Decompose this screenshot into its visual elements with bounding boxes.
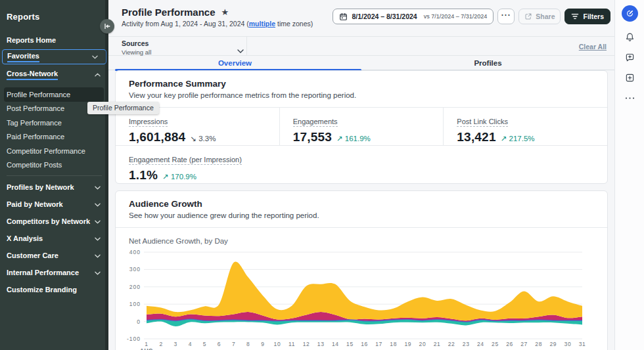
sidebar-item-customize-branding[interactable]: Customize Branding [0, 281, 108, 298]
x-axis-tick: 30 [564, 341, 572, 347]
notifications-button[interactable] [624, 32, 635, 42]
share-label: Share [536, 12, 555, 20]
sidebar-item-label: Paid by Network [7, 200, 63, 208]
x-axis-tick: 2 [159, 341, 162, 347]
sidebar-item-label: Profiles by Network [7, 183, 74, 191]
x-axis-tick: 10 [274, 341, 281, 347]
metrics-row-1: Impressions1,601,884↘ 3.3%Engagements17,… [116, 108, 607, 146]
page-header: Profile Performance ★ Activity from Aug … [108, 0, 614, 36]
x-axis-tick: 13 [317, 341, 325, 347]
x-axis-tick: 3 [174, 341, 177, 347]
x-axis-tick: 14 [332, 341, 339, 347]
sidebar-item-label: Internal Performance [7, 269, 79, 276]
chevron-down-icon [95, 254, 101, 258]
sidebar-title: Reports [7, 12, 40, 22]
tab-profiles[interactable]: Profiles [361, 56, 614, 70]
feedback-bubble-icon [625, 53, 635, 62]
x-axis-tick: 23 [463, 341, 470, 347]
audience-growth-chart[interactable]: 4003002001000-10012345678910111213141516… [116, 246, 607, 350]
sidebar-collapse-button[interactable] [100, 19, 114, 33]
collapse-left-icon [103, 22, 111, 30]
tab-overview[interactable]: Overview [108, 56, 361, 70]
sidebar-item-internal-performance[interactable]: Internal Performance [0, 264, 108, 281]
metric-label[interactable]: Post Link Clicks [457, 118, 508, 127]
sidebar-divider [7, 175, 102, 176]
sidebar-item-paid-performance[interactable]: Paid Performance [0, 130, 108, 144]
sidebar-item-competitor-performance[interactable]: Competitor Performance [0, 144, 108, 158]
report-content: Performance Summary View your key profil… [108, 70, 614, 350]
sidebar-item-label: Competitors by Network [7, 217, 90, 225]
sidebar-item-customer-care[interactable]: Customer Care [0, 247, 108, 264]
x-axis-tick: 27 [520, 341, 528, 347]
feedback-button[interactable] [624, 52, 635, 62]
x-axis-tick: 5 [203, 341, 206, 347]
right-icon-rail [614, 0, 644, 350]
favorite-star-icon[interactable]: ★ [221, 7, 229, 17]
x-axis-tick: 4 [189, 341, 192, 347]
filters-label: Filters [583, 12, 604, 20]
x-axis-tick: 11 [288, 341, 295, 347]
chevron-down-icon [92, 55, 98, 59]
performance-summary-card: Performance Summary View your key profil… [115, 70, 608, 184]
sidebar-item-profile-performance[interactable]: Profile Performance [4, 87, 104, 102]
sidebar-cross-network-items: Profile PerformancePost PerformanceTag P… [0, 87, 108, 172]
sidebar-bottom-items: Profiles by NetworkPaid by NetworkCompet… [0, 179, 108, 298]
x-axis-tick: 21 [434, 341, 441, 347]
metric-label[interactable]: Impressions [129, 118, 168, 127]
x-axis-tick: 12 [303, 341, 310, 347]
x-axis-tick: 28 [535, 341, 542, 347]
y-axis-tick: 300 [129, 266, 141, 273]
chevron-down-icon [95, 203, 101, 207]
sources-chevron-down-icon[interactable] [237, 44, 244, 56]
audience-growth-title: Audience Growth [129, 199, 594, 209]
rail-more-button[interactable] [624, 93, 635, 103]
filter-icon [571, 13, 579, 20]
chevron-down-icon [95, 220, 101, 224]
sidebar-item-reports-home[interactable]: Reports Home [0, 33, 108, 47]
sidebar-item-label: Customer Care [7, 252, 58, 259]
x-axis-tick: 20 [419, 341, 426, 347]
page-title: Profile Performance [122, 7, 216, 18]
sidebar-item-x-analysis[interactable]: X Analysis [0, 230, 108, 247]
calendar-icon [339, 12, 348, 21]
y-axis-tick: 200 [129, 284, 141, 290]
sources-divider [246, 37, 247, 56]
x-axis-tick: 1 [145, 341, 148, 347]
filters-button[interactable]: Filters [564, 9, 610, 24]
metric-delta-up: ↗ 170.9% [162, 172, 196, 181]
bell-icon [625, 32, 635, 42]
sidebar-tooltip: Profile Performance [87, 102, 159, 114]
add-widget-button[interactable] [624, 72, 635, 83]
sidebar-item-competitors-by-network[interactable]: Competitors by Network [0, 213, 108, 230]
share-button[interactable]: Share [518, 9, 561, 24]
chart-label: Net Audience Growth, by Day [116, 228, 607, 245]
sidebar-item-paid-by-network[interactable]: Paid by Network [0, 196, 108, 213]
clear-all-link[interactable]: Clear All [579, 43, 607, 51]
x-axis-tick: 24 [477, 341, 484, 347]
sidebar-item-label: Cross-Network [7, 70, 58, 80]
metrics-row-2: Engagement Rate (per Impression)1.1%↗ 17… [116, 146, 607, 183]
sidebar-item-competitor-posts[interactable]: Competitor Posts [0, 158, 108, 173]
sources-dropdown[interactable]: Sources Viewing all [122, 39, 151, 56]
date-range-compare: vs 7/1/2024 – 7/31/2024 [424, 13, 488, 20]
compose-button[interactable] [622, 5, 638, 22]
chevron-down-icon [95, 271, 101, 275]
sidebar-item-favorites[interactable]: Favorites [2, 49, 106, 64]
chevron-down-icon [95, 186, 101, 190]
metric-value: 1,601,884 [129, 130, 185, 144]
sidebar-item-tag-performance[interactable]: Tag Performance [0, 116, 108, 130]
x-axis-tick: 17 [375, 341, 382, 347]
metrics-grid: Impressions1,601,884↘ 3.3%Engagements17,… [116, 107, 607, 183]
date-range-button[interactable]: 8/1/2024 – 8/31/2024 vs 7/1/2024 – 7/31/… [333, 9, 494, 24]
sidebar-item-cross-network[interactable]: Cross-Network [0, 67, 108, 82]
metric-label[interactable]: Engagements [293, 118, 338, 127]
metric-value: 13,421 [457, 130, 495, 144]
multiple-timezones-link[interactable]: multiple [249, 20, 275, 28]
sidebar-item-label: Favorites [7, 52, 39, 62]
metric-label[interactable]: Engagement Rate (per Impression) [129, 156, 242, 165]
x-axis-tick: 16 [361, 341, 368, 347]
sidebar-item-profiles-by-network[interactable]: Profiles by Network [0, 179, 108, 196]
more-options-button[interactable]: ··· [497, 9, 515, 24]
square-plus-icon [625, 73, 635, 83]
metric-post-link-clicks: Post Link Clicks13,421↗ 217.5% [443, 108, 607, 145]
